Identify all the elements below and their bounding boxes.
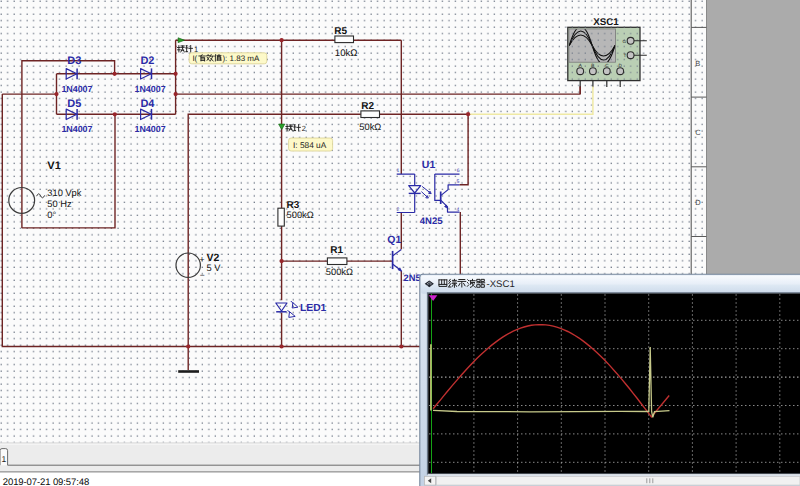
svg-text:5 V: 5 V (206, 263, 221, 273)
svg-text:D: D (695, 198, 701, 207)
svg-text:Q1: Q1 (387, 234, 401, 246)
svg-text:2: 2 (397, 207, 400, 213)
svg-text:R1: R1 (330, 245, 343, 256)
svg-text:D4: D4 (140, 98, 155, 110)
svg-text:D3: D3 (67, 55, 81, 67)
svg-text:D2: D2 (140, 55, 154, 67)
svg-text:1: 1 (397, 168, 400, 174)
svg-text:2019-07-21 09:57:48: 2019-07-21 09:57:48 (3, 477, 89, 486)
svg-text:LED1: LED1 (300, 303, 327, 314)
svg-text:+: + (199, 254, 204, 264)
svg-text:1N4007: 1N4007 (61, 84, 92, 94)
svg-text:I(: I( (192, 54, 197, 63)
svg-text:B: B (591, 63, 594, 68)
svg-text:T: T (623, 53, 626, 58)
svg-text:10kΩ: 10kΩ (335, 48, 358, 59)
svg-text:310 Vpk: 310 Vpk (47, 188, 81, 198)
svg-text:I: 584 uA: I: 584 uA (293, 140, 327, 150)
svg-text:R2: R2 (361, 101, 374, 112)
svg-text:1N4007: 1N4007 (135, 84, 166, 94)
svg-text:B: B (695, 59, 700, 68)
svg-text:0°: 0° (47, 210, 56, 220)
svg-text:C: C (695, 128, 701, 137)
svg-text:XSC1: XSC1 (593, 17, 619, 28)
svg-text:U1: U1 (422, 159, 436, 171)
svg-text:500kΩ: 500kΩ (287, 210, 314, 220)
svg-text:V1: V1 (47, 160, 60, 172)
svg-text:50kΩ: 50kΩ (359, 122, 381, 132)
svg-text:R5: R5 (334, 26, 347, 37)
svg-text:): 1.83 mA: ): 1.83 mA (222, 54, 260, 63)
svg-text:1: 1 (2, 454, 7, 464)
svg-text:500kΩ: 500kΩ (326, 267, 353, 277)
svg-text:1N4007: 1N4007 (61, 124, 92, 134)
svg-text:2: 2 (302, 124, 306, 133)
svg-text:-XSC1: -XSC1 (487, 279, 515, 290)
svg-text:4N25: 4N25 (420, 216, 443, 227)
svg-text:G: G (623, 39, 627, 44)
svg-text:50 Hz: 50 Hz (47, 199, 72, 209)
svg-text:−: − (200, 270, 205, 280)
svg-text:1N4007: 1N4007 (135, 124, 166, 134)
svg-text:6: 6 (457, 168, 460, 174)
svg-text:D5: D5 (67, 98, 81, 110)
